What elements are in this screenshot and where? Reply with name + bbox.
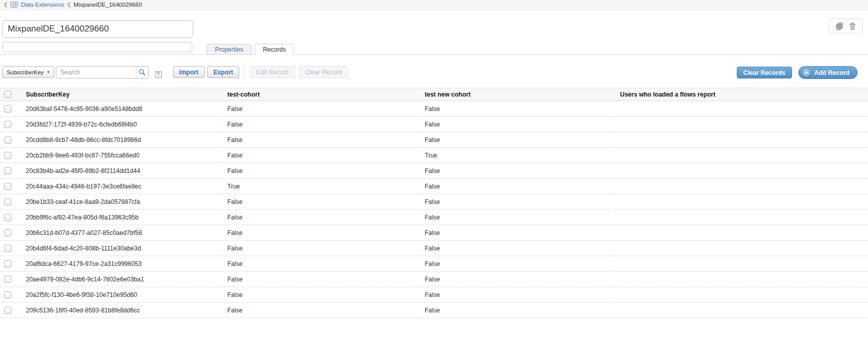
trash-icon[interactable]: [849, 22, 856, 30]
cell-subscriber-key: 209c5136-16f0-40ed-8593-81b8fe8dd6cc: [21, 303, 222, 318]
chevron-down-icon: ▾: [48, 70, 50, 74]
column-header-users-flows-report[interactable]: Users who loaded a flows report: [615, 88, 868, 101]
cell-subscriber-key: 20bb9f6c-af82-47ea-805d-f6a13963c95b: [21, 210, 222, 225]
row-checkbox[interactable]: [4, 152, 11, 159]
row-checkbox[interactable]: [4, 245, 11, 252]
cell-subscriber-key: 20cdd8b8-9cb7-48db-86cc-8fdc7018986d: [21, 132, 222, 148]
cell-subscriber-key: 20d63baf-5476-4c95-9036-a90e5148bdd8: [21, 101, 222, 117]
table-row[interactable]: 20b6c31d-b07d-4377-a027-85c0aed7bf58 Fal…: [0, 225, 868, 241]
table-row[interactable]: 20ae4979-082e-4db6-9c14-7602e6e03ba1 Fal…: [0, 272, 868, 287]
row-checkbox[interactable]: [4, 121, 11, 128]
cell-test-new-cohort: False: [420, 132, 615, 148]
cell-test-cohort: False: [222, 256, 420, 272]
cell-test-cohort: False: [222, 117, 420, 132]
row-checkbox[interactable]: [4, 214, 11, 221]
extension-actions-box: [829, 19, 863, 34]
column-header-test-cohort[interactable]: test-cohort: [222, 88, 420, 101]
search-field-dropdown[interactable]: SubscriberKey ▾: [2, 66, 54, 78]
copy-icon[interactable]: [835, 22, 844, 30]
table-row[interactable]: 20b4d6f4-6dad-4c20-808b-1111e30abe3d Fal…: [0, 241, 868, 256]
breadcrumb-data-extensions-link[interactable]: Data Extensions: [21, 2, 64, 8]
table-row[interactable]: 20cdd8b8-9cb7-48db-86cc-8fdc7018986d Fal…: [0, 132, 868, 148]
tab-records[interactable]: Records: [255, 44, 295, 55]
records-table: SubscriberKey test-cohort test new cohor…: [0, 88, 868, 318]
cell-subscriber-key: 20a2f5fc-f130-4be6-9f38-10e710e95d60: [21, 287, 222, 303]
row-checkbox[interactable]: [4, 229, 11, 237]
cell-test-cohort: False: [222, 210, 420, 225]
table-row[interactable]: 20bb9f6c-af82-47ea-805d-f6a13963c95b Fal…: [0, 210, 868, 225]
row-checkbox[interactable]: [4, 136, 11, 144]
cell-test-new-cohort: False: [420, 272, 615, 287]
cell-test-cohort: False: [222, 272, 420, 287]
table-row[interactable]: 20be1b33-ceaf-41ce-8aa9-2da057887cfa Fal…: [0, 194, 868, 210]
table-row[interactable]: 20a2f5fc-f130-4be6-9f38-10e710e95d60 Fal…: [0, 287, 868, 303]
cell-users-flows-report: [615, 163, 868, 179]
search-box: [56, 66, 149, 78]
add-record-button[interactable]: + Add Record: [798, 66, 858, 79]
cell-test-new-cohort: False: [420, 303, 615, 318]
search-input[interactable]: [56, 66, 149, 78]
cell-users-flows-report: [615, 117, 868, 132]
tab-properties[interactable]: Properties: [207, 44, 252, 55]
cell-users-flows-report: [615, 256, 868, 272]
magnifier-icon[interactable]: [136, 67, 148, 78]
data-extension-table-icon: [10, 2, 18, 8]
cell-users-flows-report: [615, 148, 868, 163]
cell-users-flows-report: [615, 287, 868, 303]
select-all-checkbox[interactable]: [4, 91, 11, 98]
cell-test-new-cohort: False: [420, 117, 615, 132]
cell-users-flows-report: [615, 225, 868, 241]
table-header-row: SubscriberKey test-cohort test new cohor…: [0, 88, 868, 101]
cell-subscriber-key: 20be1b33-ceaf-41ce-8aa9-2da057887cfa: [21, 194, 222, 210]
row-checkbox[interactable]: [4, 105, 11, 113]
cell-subscriber-key: 20c44aaa-434c-4946-b197-3e3ce6fae8ec: [21, 179, 222, 194]
row-checkbox[interactable]: [4, 167, 11, 175]
table-row[interactable]: 209c5136-16f0-40ed-8593-81b8fe8dd6cc Fal…: [0, 303, 868, 318]
clear-records-button[interactable]: Clear Records: [737, 67, 792, 78]
table-row[interactable]: 20d3fd27-172f-4939-b72c-6cfedb69f4b0 Fal…: [0, 117, 868, 132]
cell-users-flows-report: [615, 303, 868, 318]
column-header-test-new-cohort[interactable]: test new cohort: [420, 88, 615, 101]
search-field-dropdown-value: SubscriberKey: [7, 69, 44, 75]
plus-icon: +: [802, 69, 810, 76]
table-row[interactable]: 20af6dca-6627-4179-97ce-2a31c9996053 Fal…: [0, 256, 868, 272]
cell-test-new-cohort: False: [420, 179, 615, 194]
table-row[interactable]: 20cb2bb9-9ee6-493f-bc67-755fcca66ed0 Fal…: [0, 148, 868, 163]
toolbar-divider: [244, 67, 245, 78]
table-row[interactable]: 20c44aaa-434c-4946-b197-3e3ce6fae8ec Tru…: [0, 179, 868, 194]
cell-test-cohort: False: [222, 287, 420, 303]
cell-test-new-cohort: False: [420, 256, 615, 272]
clear-record-button[interactable]: Clear Record: [299, 66, 348, 78]
cell-test-new-cohort: False: [420, 287, 615, 303]
cell-test-cohort: True: [222, 179, 420, 194]
back-chevron-icon[interactable]: ❮: [4, 2, 8, 7]
cell-subscriber-key: 20ae4979-082e-4db6-9c14-7602e6e03ba1: [21, 272, 222, 287]
help-icon[interactable]: ?: [155, 71, 162, 78]
breadcrumb-current-item: MixpanelDE_1640029660: [74, 2, 142, 8]
cell-test-cohort: False: [222, 241, 420, 256]
row-checkbox[interactable]: [4, 183, 11, 190]
row-checkbox[interactable]: [4, 260, 11, 268]
row-checkbox[interactable]: [4, 276, 11, 283]
cell-test-cohort: False: [222, 163, 420, 179]
import-button[interactable]: Import: [173, 66, 205, 78]
column-header-subscriberkey[interactable]: SubscriberKey: [21, 88, 222, 101]
cell-users-flows-report: [615, 132, 868, 148]
table-row[interactable]: 20c83b4b-ad2e-45f0-89b2-6f2114dd1d44 Fal…: [0, 163, 868, 179]
cell-test-new-cohort: False: [420, 194, 615, 210]
row-checkbox[interactable]: [4, 307, 11, 314]
row-checkbox[interactable]: [4, 198, 11, 206]
extension-name-field[interactable]: [2, 20, 193, 38]
cell-test-cohort: False: [222, 303, 420, 318]
cell-subscriber-key: 20b4d6f4-6dad-4c20-808b-1111e30abe3d: [21, 241, 222, 256]
records-toolbar: SubscriberKey ▾ ? Import Export Edit Rec…: [2, 66, 858, 81]
edit-record-button[interactable]: Edit Record: [250, 66, 295, 78]
cell-test-cohort: False: [222, 225, 420, 241]
cell-test-cohort: False: [222, 194, 420, 210]
cell-subscriber-key: 20c83b4b-ad2e-45f0-89b2-6f2114dd1d44: [21, 163, 222, 179]
export-button[interactable]: Export: [207, 66, 239, 78]
table-row[interactable]: 20d63baf-5476-4c95-9036-a90e5148bdd8 Fal…: [0, 101, 868, 117]
breadcrumb-separator-icon: ❮: [67, 2, 71, 7]
row-checkbox[interactable]: [4, 291, 11, 298]
cell-users-flows-report: [615, 210, 868, 225]
